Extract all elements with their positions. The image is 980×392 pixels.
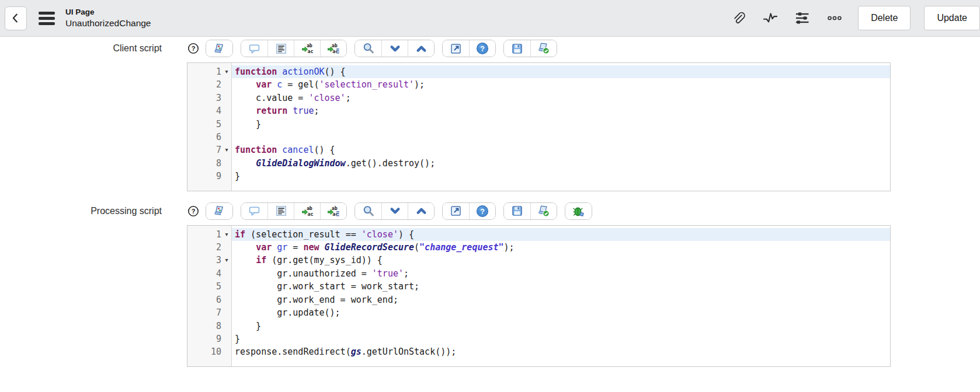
code-editor[interactable]: 1▾if (selection_result == 'close') {2 va… — [187, 225, 891, 367]
svg-text:ab: ab — [332, 43, 338, 48]
search-button[interactable] — [355, 40, 381, 57]
find-next-button[interactable] — [381, 203, 408, 219]
code-text: } — [232, 118, 890, 131]
syntax-check-button[interactable] — [530, 203, 557, 219]
line-number: 10 — [187, 345, 221, 358]
open-fullscreen-button[interactable] — [443, 40, 469, 57]
fold-spacer — [221, 170, 232, 183]
code-editor[interactable]: 1▾function actionOK() {2 var c = gel('se… — [187, 62, 891, 191]
svg-text:ac: ac — [308, 48, 314, 54]
more-options-button[interactable] — [826, 10, 843, 26]
delete-button[interactable]: Delete — [858, 6, 911, 30]
format-code-icon — [275, 205, 287, 217]
menu-icon[interactable] — [39, 12, 55, 25]
find-next-icon — [389, 43, 401, 55]
find-previous-button[interactable] — [408, 40, 434, 57]
line-number: 2 — [187, 241, 221, 254]
field-label: Client script — [0, 40, 162, 191]
fold-spacer — [221, 332, 232, 345]
toolbar-group — [206, 40, 233, 57]
fold-spacer — [221, 104, 232, 117]
code-line: 9} — [187, 332, 890, 345]
search-button[interactable] — [355, 203, 381, 219]
line-number: 7 — [187, 306, 221, 319]
toggle-comment-button[interactable] — [241, 40, 267, 57]
fold-toggle-icon[interactable]: ▾ — [221, 144, 232, 156]
toolbar-group: abacabac — [241, 202, 347, 220]
toolbar-group — [206, 202, 233, 220]
replace-button[interactable]: abac — [294, 203, 320, 219]
editor-help-button[interactable]: ? — [469, 203, 495, 219]
format-code-button[interactable] — [267, 40, 294, 57]
toolbar-group — [503, 202, 557, 220]
editor-toolbar: ?abacabac? — [187, 202, 891, 220]
toggle-comment-icon — [248, 43, 260, 55]
find-next-icon — [389, 205, 401, 217]
update-button[interactable]: Update — [924, 6, 980, 30]
record-type: UI Page — [65, 8, 151, 18]
script-field-button[interactable] — [206, 203, 232, 219]
toolbar-group — [355, 40, 435, 57]
editor-help-icon: ? — [476, 205, 489, 218]
code-line: 5 } — [187, 118, 890, 131]
activity-stream-button[interactable] — [762, 10, 779, 26]
attachment-button[interactable] — [730, 10, 746, 26]
save-button[interactable] — [504, 40, 530, 57]
fold-spacer — [221, 241, 232, 254]
find-previous-button[interactable] — [408, 203, 434, 219]
toggle-comment-button[interactable] — [241, 203, 267, 219]
format-code-button[interactable] — [267, 203, 294, 219]
svg-text:?: ? — [192, 208, 196, 215]
replace-all-button[interactable]: abac — [320, 40, 346, 57]
svg-text:ab: ab — [307, 43, 312, 48]
field-row: Client script?abacabac?1▾function action… — [0, 40, 980, 191]
replace-button[interactable]: abac — [294, 40, 320, 57]
syntax-check-icon — [537, 205, 550, 218]
code-text — [232, 131, 890, 144]
open-fullscreen-button[interactable] — [443, 203, 469, 219]
find-next-button[interactable] — [381, 40, 408, 57]
syntax-check-icon — [537, 42, 550, 55]
form-body: Client script?abacabac?1▾function action… — [0, 37, 980, 367]
form-header: UI Page UnauthorizedChange — [0, 0, 980, 37]
code-text: if (gr.get(my_sys_id)) { — [232, 254, 890, 267]
script-field-button[interactable] — [206, 40, 232, 57]
editor-toolbar: ?abacabac? — [187, 40, 891, 57]
code-line: 3 c.value = 'close'; — [187, 92, 890, 104]
line-number: 3 — [187, 254, 221, 267]
save-icon — [511, 43, 523, 55]
code-text: gr.update(); — [232, 306, 890, 319]
line-number: 5 — [187, 280, 221, 293]
line-number: 9 — [187, 170, 221, 183]
record-name: UnauthorizedChange — [65, 18, 151, 29]
replace-icon: abac — [301, 42, 314, 55]
line-number: 5 — [187, 118, 221, 131]
code-text: response.sendRedirect(gs.getUrlOnStack()… — [232, 345, 890, 358]
code-text: if (selection_result == 'close') { — [232, 228, 890, 241]
line-number: 9 — [187, 332, 221, 345]
script-debugger-button[interactable] — [565, 203, 592, 219]
toolbar-group: abacabac — [241, 40, 347, 57]
personalize-form-button[interactable] — [794, 10, 811, 26]
save-button[interactable] — [504, 203, 530, 219]
back-button[interactable] — [5, 6, 27, 30]
fold-toggle-icon[interactable]: ▾ — [221, 65, 232, 78]
format-code-icon — [275, 43, 287, 55]
editor-help-button[interactable]: ? — [469, 40, 495, 57]
code-text: c.value = 'close'; — [232, 92, 890, 104]
fold-toggle-icon[interactable]: ▾ — [221, 254, 232, 267]
code-text: var gr = new GlideRecordSecure("change_r… — [232, 241, 890, 254]
svg-text:?: ? — [480, 45, 485, 53]
line-number: 8 — [187, 320, 221, 332]
syntax-check-button[interactable] — [530, 40, 557, 57]
field-help-icon[interactable]: ? — [187, 42, 200, 55]
code-text: } — [232, 332, 890, 345]
attachment-icon — [731, 10, 746, 26]
field-help-icon[interactable]: ? — [187, 205, 200, 218]
code-line: 5 gr.work_start = work_start; — [187, 280, 890, 293]
toggle-comment-icon — [248, 205, 260, 217]
fold-toggle-icon[interactable]: ▾ — [221, 228, 232, 241]
code-text: } — [232, 170, 890, 183]
code-line: 10response.sendRedirect(gs.getUrlOnStack… — [187, 345, 890, 358]
replace-all-button[interactable]: abac — [320, 203, 346, 219]
